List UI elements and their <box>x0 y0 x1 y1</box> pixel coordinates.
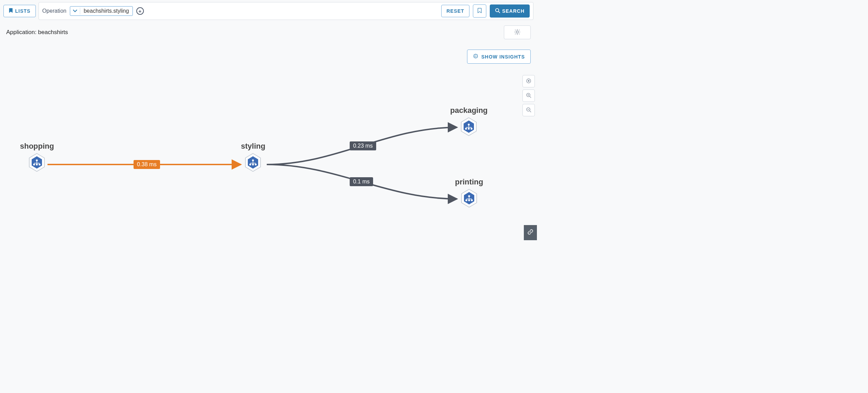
svg-point-40 <box>471 128 472 129</box>
service-node-label: packaging <box>450 106 488 115</box>
ai-chip-icon: AI <box>473 53 478 60</box>
svg-point-31 <box>252 164 254 165</box>
kubernetes-hex-icon <box>28 153 45 172</box>
svg-point-39 <box>468 128 469 129</box>
sub-header: Application: beachshirts <box>0 22 537 39</box>
reset-button[interactable]: RESET <box>441 5 469 17</box>
lists-button[interactable]: LISTS <box>3 5 36 17</box>
show-insights-label: SHOW INSIGHTS <box>481 54 525 60</box>
svg-point-48 <box>471 200 473 201</box>
edge-latency-styling-printing: 0.1 ms <box>350 177 373 186</box>
svg-point-38 <box>465 128 467 129</box>
svg-point-35 <box>468 124 469 125</box>
edge-latency-shopping-styling: 0.38 ms <box>134 160 160 169</box>
kubernetes-hex-icon <box>460 117 477 136</box>
plus-icon: + <box>138 8 141 14</box>
service-node-shopping[interactable]: shopping <box>20 142 54 172</box>
bookmark-outline-icon <box>477 8 482 14</box>
kubernetes-hex-icon <box>244 153 262 172</box>
filter-bar: Operation beachshirts.styling + RESET SE… <box>39 2 533 20</box>
service-node-printing[interactable]: printing <box>455 178 483 208</box>
kubernetes-hex-icon <box>461 189 478 208</box>
operation-filter-chip[interactable]: beachshirts.styling <box>70 6 133 16</box>
svg-point-23 <box>36 164 38 165</box>
svg-point-19 <box>36 160 38 161</box>
search-button[interactable]: SEARCH <box>490 4 530 18</box>
service-node-label: shopping <box>20 142 54 151</box>
chevron-down-icon[interactable] <box>70 8 80 14</box>
svg-point-32 <box>255 164 256 165</box>
bookmark-button[interactable] <box>473 4 486 18</box>
operation-filter-value: beachshirts.styling <box>80 7 133 15</box>
service-node-label: styling <box>241 142 265 151</box>
svg-point-27 <box>252 160 254 161</box>
insights-row: AI SHOW INSIGHTS <box>0 39 537 64</box>
lists-button-label: LISTS <box>15 8 31 14</box>
search-button-label: SEARCH <box>502 8 525 14</box>
service-node-packaging[interactable]: packaging <box>450 106 488 136</box>
svg-point-46 <box>466 200 467 201</box>
show-insights-button[interactable]: AI SHOW INSIGHTS <box>467 50 531 64</box>
svg-point-22 <box>33 164 35 165</box>
service-node-styling[interactable]: styling <box>241 142 265 172</box>
application-label: Application: beachshirts <box>6 29 68 36</box>
reset-button-label: RESET <box>446 8 464 14</box>
link-icon <box>527 229 533 236</box>
svg-point-43 <box>468 195 470 197</box>
search-icon <box>495 8 500 14</box>
service-map-canvas[interactable]: shopping styling packaging printing 0.38… <box>0 69 537 227</box>
svg-point-24 <box>39 164 40 165</box>
svg-point-30 <box>250 164 251 165</box>
share-link-button[interactable] <box>524 225 537 240</box>
bookmark-icon <box>9 8 13 14</box>
add-filter-button[interactable]: + <box>136 7 144 15</box>
svg-text:AI: AI <box>475 55 477 57</box>
toolbar: LISTS Operation beachshirts.styling + RE… <box>0 0 537 22</box>
svg-line-1 <box>498 11 500 13</box>
settings-button[interactable] <box>504 25 531 39</box>
gear-icon <box>514 29 521 36</box>
filter-label: Operation <box>42 8 66 14</box>
edge-latency-styling-packaging: 0.23 ms <box>350 141 376 150</box>
svg-point-47 <box>468 200 470 201</box>
service-node-label: printing <box>455 178 483 187</box>
